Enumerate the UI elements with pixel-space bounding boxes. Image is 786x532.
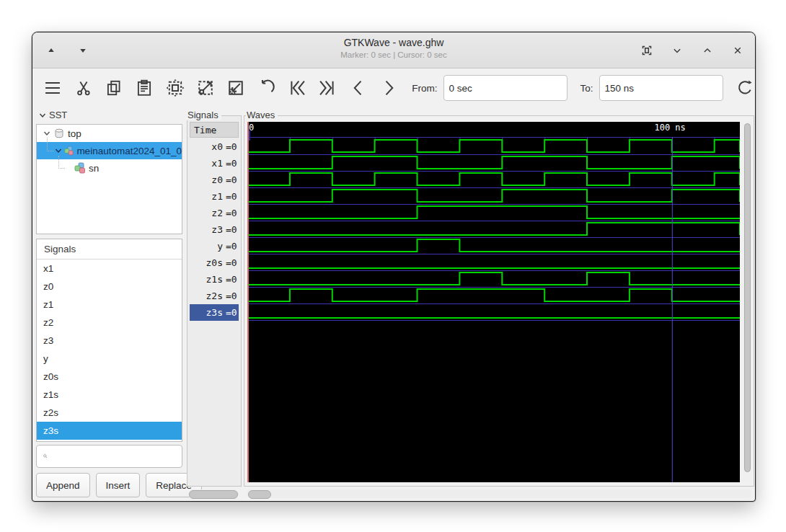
search-icon — [43, 451, 48, 462]
signal-value: =0 — [226, 224, 239, 235]
signal-name: z2s — [190, 291, 223, 301]
signal-item-z2[interactable]: z2 — [37, 314, 182, 332]
value-row-z1[interactable]: z1=0 — [190, 188, 239, 205]
signal-value: =0 — [226, 191, 239, 202]
signal-name: y — [190, 241, 223, 252]
timeline-zero-label: 0 — [249, 123, 254, 133]
step-left-button[interactable] — [348, 77, 368, 99]
signal-value: =0 — [226, 274, 239, 285]
tree-node-label: top — [68, 128, 81, 139]
signal-item-x1[interactable]: x1 — [37, 260, 182, 278]
value-rows: x0=0x1=0z0=0z1=0z2=0z3=0y=0z0s=0z1s=0z2s… — [190, 138, 239, 321]
value-row-z2s[interactable]: z2s=0 — [190, 288, 239, 304]
signal-name: z1s — [190, 274, 223, 285]
sst-header-label: SST — [49, 110, 67, 120]
from-label: From: — [412, 83, 437, 94]
timeline-major-label: 100 — [655, 123, 671, 133]
value-row-x1[interactable]: x1=0 — [190, 155, 239, 172]
cut-button[interactable] — [73, 77, 93, 99]
zoom-in-button[interactable] — [226, 77, 246, 99]
signal-name: x0 — [190, 141, 223, 152]
sst-header[interactable]: SST — [38, 110, 67, 120]
signal-value: =0 — [226, 257, 239, 268]
expander-icon[interactable] — [43, 129, 51, 138]
value-row-z3[interactable]: z3=0 — [190, 221, 239, 238]
signal-item-z0[interactable]: z0 — [37, 278, 182, 296]
go-to-start-button[interactable] — [287, 77, 307, 99]
signal-name: z0s — [190, 257, 223, 268]
wave-canvas[interactable]: 0100ns — [247, 122, 740, 482]
menu-button[interactable] — [43, 77, 63, 99]
waves-panel: 0100ns — [244, 115, 754, 487]
signal-item-z3s[interactable]: z3s — [37, 422, 182, 440]
time-header[interactable]: Time — [190, 122, 239, 138]
value-row-z0[interactable]: z0=0 — [190, 172, 239, 188]
minimize-icon[interactable] — [668, 42, 686, 59]
expander-icon[interactable] — [54, 146, 63, 155]
tree-node-label: meinautomat2024_01_0 — [76, 146, 182, 156]
waves-panel-header: Waves — [246, 110, 278, 120]
to-input[interactable] — [599, 75, 723, 101]
value-row-z3s[interactable]: z3s=0 — [190, 304, 239, 321]
signal-value: =0 — [226, 291, 239, 301]
waves-vscrollbar[interactable] — [743, 122, 752, 482]
maximize-icon[interactable] — [699, 42, 716, 59]
go-to-end-button[interactable] — [317, 77, 337, 99]
undo-button[interactable] — [257, 77, 277, 99]
zoom-fit-button[interactable] — [164, 77, 185, 99]
paste-button[interactable] — [134, 77, 154, 99]
timeline-unit-label: ns — [675, 123, 685, 133]
fullscreen-icon[interactable] — [638, 42, 655, 59]
signal-search[interactable] — [36, 445, 182, 468]
signal-name: x1 — [190, 158, 223, 169]
toolbar: From: To: — [32, 68, 755, 107]
sst-tree: top meinautomat2024_01_0 sn — [36, 124, 182, 234]
signal-value: =0 — [226, 141, 239, 152]
value-row-y[interactable]: y=0 — [190, 238, 239, 254]
value-row-z2[interactable]: z2=0 — [190, 205, 239, 221]
signal-item-z0s[interactable]: z0s — [37, 368, 182, 386]
tree-node-label: sn — [89, 163, 99, 174]
signal-value: =0 — [226, 158, 239, 169]
insert-button[interactable]: Insert — [96, 473, 141, 497]
signal-item-z1[interactable]: z1 — [37, 296, 182, 314]
waves-hscrollbar[interactable] — [247, 489, 751, 498]
signal-item-z3[interactable]: z3 — [37, 332, 182, 350]
chevron-down-icon — [38, 111, 47, 120]
reload-button[interactable] — [735, 77, 755, 99]
signal-name: z1 — [190, 191, 223, 202]
list-actions: Append Insert Replace — [36, 473, 202, 497]
component-icon — [74, 162, 86, 174]
tree-node-sn[interactable]: sn — [37, 159, 182, 177]
signal-item-z2s[interactable]: z2s — [37, 404, 182, 422]
component-icon — [64, 145, 74, 156]
signal-item-y[interactable]: y — [37, 350, 182, 368]
from-input[interactable] — [443, 75, 568, 101]
signal-value: =0 — [226, 241, 239, 252]
zoom-out-button[interactable] — [195, 77, 216, 99]
signals-list-panel: Signals x1z0z1z2z3yz0sz1sz2sz3s — [36, 239, 182, 442]
values-hscrollbar[interactable] — [188, 489, 239, 498]
append-button[interactable]: Append — [36, 473, 90, 497]
value-row-z0s[interactable]: z0s=0 — [190, 254, 239, 271]
signal-name: z2 — [190, 208, 223, 218]
signals-list: x1z0z1z2z3yz0sz1sz2sz3s — [37, 260, 182, 440]
value-row-x0[interactable]: x0=0 — [190, 138, 239, 155]
database-icon — [53, 128, 65, 139]
values-panel-header: Signals — [187, 110, 221, 120]
tree-node-top[interactable]: top — [37, 125, 182, 142]
signal-value: =0 — [226, 307, 239, 318]
signal-value: =0 — [226, 208, 239, 218]
gtkwave-window: GTKWave - wave.ghw Marker: 0 sec | Curso… — [32, 32, 756, 502]
copy-button[interactable] — [104, 77, 124, 99]
signals-list-header: Signals — [37, 239, 182, 260]
search-input[interactable] — [52, 451, 182, 463]
value-row-z1s[interactable]: z1s=0 — [190, 271, 239, 288]
close-icon[interactable] — [729, 42, 746, 59]
titlebar[interactable]: GTKWave - wave.ghw Marker: 0 sec | Curso… — [32, 32, 755, 68]
signal-name: z3 — [190, 224, 223, 235]
step-right-button[interactable] — [379, 77, 399, 99]
to-label: To: — [580, 83, 593, 94]
signal-value: =0 — [226, 174, 239, 185]
signal-item-z1s[interactable]: z1s — [37, 386, 182, 404]
